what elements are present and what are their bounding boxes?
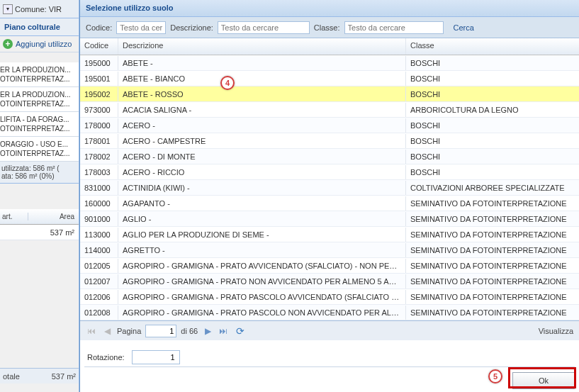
- cell-class: COLTIVAZIONI ARBOREE SPECIALIZZATE: [406, 181, 579, 195]
- header-class[interactable]: Classe: [406, 38, 579, 55]
- prev-page-icon[interactable]: ◀: [101, 325, 113, 337]
- cell-class: BOSCHI: [406, 56, 579, 70]
- dialog-button-bar: Ok: [84, 366, 575, 389]
- add-usage-button[interactable]: + Aggiungi utilizzo: [0, 36, 79, 52]
- table-row[interactable]: 012008AGROPIRO - GRAMIGNA - PRATO PASCOL…: [80, 305, 579, 320]
- cell-code: 178003: [80, 165, 118, 179]
- rotazione-label: Rotazione:: [87, 353, 125, 362]
- table-row[interactable]: 178003ACERO - RICCIOBOSCHI: [80, 164, 579, 180]
- cell-class: SEMINATIVO DA FOTOINTERPRETAZIONE: [406, 274, 579, 289]
- plan-header: Piano colturale: [0, 18, 79, 36]
- cell-class: ARBORICOLTURA DA LEGNO: [406, 103, 579, 117]
- select-usage-dialog: Selezione utilizzo suolo Codice: Descriz…: [79, 0, 579, 392]
- cell-code: 160000: [80, 196, 118, 211]
- cell-class: BOSCHI: [406, 87, 579, 101]
- cell-class: SEMINATIVO DA FOTOINTERPRETAZIONE: [406, 259, 579, 273]
- search-button[interactable]: Cerca: [454, 23, 474, 32]
- table-row[interactable]: 178002ACERO - DI MONTEBOSCHI: [80, 149, 579, 164]
- class-label: Classe:: [314, 23, 340, 32]
- comune-label: Comune:: [15, 5, 47, 13]
- left-list-item[interactable]: ER LA PRODUZION...OTOINTERPRETAZ...: [0, 62, 79, 87]
- cell-desc: ACTINIDIA (KIWI) -: [118, 181, 406, 195]
- cell-code: 831000: [80, 181, 118, 195]
- col-art: art.: [0, 213, 28, 220]
- table-row[interactable]: 195000ABETE -BOSCHI: [80, 55, 579, 71]
- cell-desc: ACERO -: [118, 118, 406, 133]
- cell-code: 178000: [80, 118, 118, 133]
- cell-code: 195000: [80, 56, 118, 70]
- table-row[interactable]: 195002ABETE - ROSSOBOSCHI: [80, 86, 579, 102]
- cell-code: 178002: [80, 150, 118, 164]
- refresh-icon[interactable]: ⟳: [236, 325, 244, 337]
- left-list-item[interactable]: ORAGGIO - USO E...OTOINTERPRETAZ...: [0, 137, 79, 162]
- table-row[interactable]: 012005AGROPIRO - GRAMIGNA - PRATO AVVICE…: [80, 258, 579, 274]
- ok-button[interactable]: Ok: [512, 372, 575, 389]
- left-list-item[interactable]: LIFITA - DA FORAG...OTOINTERPRETAZ...: [0, 112, 79, 137]
- table-row[interactable]: 973000ACACIA SALIGNA -ARBORICOLTURA DA L…: [80, 102, 579, 118]
- next-page-icon[interactable]: ▶: [202, 325, 213, 337]
- page-of: di 66: [181, 327, 198, 335]
- comune-value: VIR: [49, 5, 62, 13]
- cell-class: BOSCHI: [406, 150, 579, 164]
- cell-desc: ABETE -: [118, 56, 406, 70]
- cell-code: 012008: [80, 306, 118, 320]
- dialog-title: Selezione utilizzo suolo: [80, 0, 579, 17]
- cell-class: BOSCHI: [406, 72, 579, 86]
- desc-label: Descrizione:: [170, 23, 213, 32]
- cell-class: BOSCHI: [406, 118, 579, 133]
- background-left-panel: ▾ Comune: VIR Piano colturale + Aggiungi…: [0, 0, 79, 392]
- comune-dropdown-icon[interactable]: ▾: [3, 4, 13, 14]
- cell-code: 114000: [80, 243, 118, 257]
- results-grid: Codice Descrizione Classe 195000ABETE -B…: [80, 38, 579, 320]
- table-row[interactable]: 012006AGROPIRO - GRAMIGNA - PRATO PASCOL…: [80, 289, 579, 305]
- cell-code: 195002: [80, 87, 118, 101]
- cell-class: SEMINATIVO DA FOTOINTERPRETAZIONE: [406, 306, 579, 320]
- col-area: Area: [28, 213, 79, 220]
- cell-class: SEMINATIVO DA FOTOINTERPRETAZIONE: [406, 228, 579, 242]
- desc-input[interactable]: [218, 21, 310, 34]
- cell-desc: AGROPIRO - GRAMIGNA - PRATO AVVICENDATO …: [118, 259, 406, 273]
- search-toolbar: Codice: Descrizione: Classe: Cerca: [80, 17, 579, 38]
- cell-desc: ABETE - BIANCO: [118, 72, 406, 86]
- left-list-item[interactable]: ER LA PRODUZION...OTOINTERPRETAZ...: [0, 87, 79, 112]
- cell-desc: AGLIO -: [118, 212, 406, 226]
- cell-desc: AGAPANTO -: [118, 196, 406, 211]
- cell-desc: ACACIA SALIGNA -: [118, 103, 406, 117]
- left-table-header: art. Area: [0, 209, 79, 225]
- table-row[interactable]: 012007AGROPIRO - GRAMIGNA - PRATO NON AV…: [80, 274, 579, 289]
- left-table-row[interactable]: 537 m²: [0, 225, 79, 240]
- cell-code: 901000: [80, 212, 118, 226]
- cell-desc: ACERO - DI MONTE: [118, 150, 406, 164]
- cell-class: SEMINATIVO DA FOTOINTERPRETAZIONE: [406, 290, 579, 304]
- table-row[interactable]: 160000AGAPANTO -SEMINATIVO DA FOTOINTERP…: [80, 196, 579, 211]
- last-page-icon[interactable]: ⏭: [218, 325, 229, 337]
- header-desc[interactable]: Descrizione: [118, 38, 406, 55]
- totale-bar: otale 537 m²: [0, 368, 79, 383]
- table-row[interactable]: 178001ACERO - CAMPESTREBOSCHI: [80, 133, 579, 149]
- first-page-icon[interactable]: ⏮: [86, 325, 97, 337]
- visualizza-label: Visualizza: [539, 327, 573, 335]
- cell-code: 973000: [80, 103, 118, 117]
- table-row[interactable]: 831000ACTINIDIA (KIWI) -COLTIVAZIONI ARB…: [80, 180, 579, 196]
- comune-row: ▾ Comune: VIR: [0, 0, 79, 18]
- page-input[interactable]: [145, 325, 176, 337]
- add-usage-label: Aggiungi utilizzo: [16, 40, 72, 48]
- cell-code: 178001: [80, 134, 118, 148]
- row-area-value: 537 m²: [0, 228, 79, 237]
- cell-class: SEMINATIVO DA FOTOINTERPRETAZIONE: [406, 243, 579, 257]
- cell-desc: ACERO - CAMPESTRE: [118, 134, 406, 148]
- cell-desc: AGROPIRO - GRAMIGNA - PRATO PASCOLO NON …: [118, 306, 406, 320]
- cell-code: 113000: [80, 228, 118, 242]
- table-row[interactable]: 901000AGLIO -SEMINATIVO DA FOTOINTERPRET…: [80, 211, 579, 227]
- header-code[interactable]: Codice: [80, 38, 118, 55]
- code-label: Codice:: [86, 23, 112, 32]
- table-row[interactable]: 195001ABETE - BIANCOBOSCHI: [80, 71, 579, 86]
- class-input[interactable]: [344, 21, 444, 34]
- table-row[interactable]: 114000AGRETTO -SEMINATIVO DA FOTOINTERPR…: [80, 242, 579, 258]
- table-row[interactable]: 113000AGLIO PER LA PRODUZIONE DI SEME -S…: [80, 227, 579, 242]
- rotazione-input[interactable]: [132, 350, 180, 364]
- code-input[interactable]: [116, 21, 166, 34]
- table-row[interactable]: 178000ACERO -BOSCHI: [80, 118, 579, 133]
- cell-desc: AGRETTO -: [118, 243, 406, 257]
- paging-toolbar: ⏮ ◀ Pagina di 66 ▶ ⏭ ⟳ Visualizza: [80, 320, 579, 340]
